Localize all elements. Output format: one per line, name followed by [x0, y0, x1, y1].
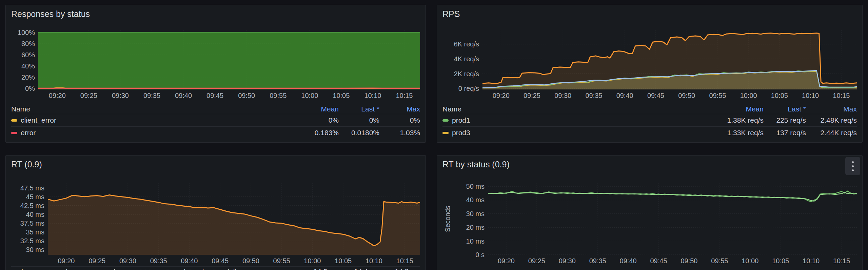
- y-tick-label: 42.5 ms: [20, 202, 44, 209]
- responses-plot-area[interactable]: [38, 30, 420, 89]
- y-axis: 0 req/s2K req/s4K req/s6K req/s: [442, 30, 482, 89]
- y-tick-label: 50 ms: [466, 183, 485, 190]
- y-tick-label: 20%: [21, 74, 35, 81]
- legend-mean-value: 0.183%: [298, 129, 339, 137]
- series-color-swatch[interactable]: [442, 132, 449, 134]
- x-tick-label: 09:55: [270, 92, 287, 100]
- y-tick-label: 4K req/s: [454, 55, 479, 63]
- legend-max-value: 14.8 ms: [379, 267, 420, 270]
- panel-rt-by-status: RT by status (0.9) Seconds 0 s10 ms20 ms…: [437, 155, 863, 270]
- y-axis: 0 s10 ms20 ms30 ms40 ms50 ms: [453, 183, 488, 255]
- y-tick-label: 0 s: [475, 251, 485, 258]
- x-tick-label: 09:35: [589, 257, 606, 265]
- y-tick-label: 35 ms: [26, 228, 44, 236]
- x-axis: 09:2009:2509:3009:3509:4009:4509:5009:55…: [442, 89, 857, 100]
- panel-title[interactable]: Responses by status: [11, 8, 90, 19]
- x-tick-label: 10:00: [740, 92, 757, 100]
- legend-header-mean[interactable]: Mean: [298, 105, 339, 113]
- x-tick-label: 09:30: [554, 92, 571, 100]
- x-tick-label: 10:10: [802, 92, 819, 100]
- kebab-dot: [852, 169, 854, 171]
- x-tick-label: 10:05: [771, 92, 788, 100]
- legend-row-prod1: prod1 1.38K req/s 225 req/s 2.48K req/s: [442, 114, 857, 126]
- y-tick-label: 47.5 ms: [20, 184, 44, 192]
- y-tick-label: 0 req/s: [458, 85, 479, 92]
- x-tick-label: 10:15: [833, 92, 850, 100]
- x-tick-label: 09:30: [112, 92, 129, 100]
- rt-by-status-chart: Seconds 0 s10 ms20 ms30 ms40 ms50 ms 09:…: [437, 183, 862, 266]
- legend-last-value: 0.0180%: [339, 129, 379, 137]
- kebab-menu-icon[interactable]: [845, 157, 860, 175]
- legend-series-toggle[interactable]: /aer.mont.service.vectorsearch.grpc.v1.V…: [11, 268, 298, 270]
- panel-title[interactable]: RT by status (0.9): [442, 159, 510, 170]
- x-tick-label: 09:55: [273, 257, 290, 265]
- panel-header: RT (0.9): [6, 155, 426, 170]
- x-tick-label: 09:45: [647, 92, 664, 100]
- x-tick-label: 10:15: [396, 257, 413, 265]
- rt-by-status-plot-area[interactable]: [488, 183, 857, 255]
- legend-row-error: error 0.183% 0.0180% 1.03%: [11, 126, 420, 139]
- series-area-rt_p90: [48, 195, 420, 255]
- x-tick-label: 10:05: [335, 257, 352, 265]
- x-tick-label: 09:20: [58, 257, 75, 265]
- y-tick-label: 80%: [21, 40, 35, 47]
- kebab-dot: [852, 161, 854, 163]
- legend-header-name[interactable]: Name: [11, 105, 298, 113]
- x-tick-label: 09:25: [88, 257, 105, 265]
- legend-series-toggle[interactable]: prod3: [442, 129, 709, 137]
- y-axis-title: Seconds: [442, 183, 453, 255]
- y-tick-label: 0%: [25, 85, 35, 92]
- panel-rt: RT (0.9) 30 ms32.5 ms35 ms37.5 ms40 ms42…: [5, 155, 426, 270]
- series-color-swatch[interactable]: [11, 119, 17, 122]
- legend-header-name[interactable]: Name: [442, 105, 709, 113]
- x-tick-label: 09:50: [242, 257, 259, 265]
- legend-series-toggle[interactable]: prod1: [442, 116, 709, 124]
- rt-plot-area[interactable]: [48, 183, 420, 255]
- legend-row-filter-endpoint: /aer.mont.service.vectorsearch.grpc.v1.V…: [11, 266, 420, 270]
- y-axis: 30 ms32.5 ms35 ms37.5 ms40 ms42.5 ms45 m…: [11, 183, 48, 255]
- legend-header-max[interactable]: Max: [806, 105, 857, 113]
- series-color-swatch[interactable]: [11, 132, 17, 134]
- panel-responses-by-status: Responses by status 0%20%40%60%80%100% 0…: [5, 5, 426, 143]
- panel-title[interactable]: RT (0.9): [11, 159, 42, 170]
- x-tick-label: 09:40: [616, 92, 633, 100]
- y-tick-label: 45 ms: [26, 193, 44, 201]
- y-tick-label: 37.5 ms: [20, 220, 44, 227]
- y-tick-label: 100%: [18, 29, 35, 36]
- legend-header-mean[interactable]: Mean: [709, 105, 764, 113]
- legend-header-last[interactable]: Last *: [339, 105, 379, 113]
- series-color-swatch[interactable]: [442, 119, 449, 122]
- x-axis: 09:2009:2509:3009:3509:4009:4509:5009:55…: [442, 255, 857, 266]
- legend-header: Name Mean Last * Max: [11, 104, 420, 114]
- legend-series-toggle[interactable]: error: [11, 129, 298, 137]
- rt-chart: 30 ms32.5 ms35 ms37.5 ms40 ms42.5 ms45 m…: [6, 183, 426, 266]
- legend-header-max[interactable]: Max: [379, 105, 420, 113]
- y-tick-label: 6K req/s: [454, 40, 479, 48]
- legend-row-prod3: prod3 1.33K req/s 137 req/s 2.44K req/s: [442, 126, 857, 139]
- x-tick-label: 09:40: [181, 257, 198, 265]
- y-tick-label: 30 ms: [466, 210, 485, 217]
- rps-plot-area[interactable]: [482, 30, 857, 89]
- legend-mean-value: 1.33K req/s: [709, 129, 764, 137]
- x-tick-label: 09:20: [493, 92, 510, 100]
- grafana-dashboard: Responses by status 0%20%40%60%80%100% 0…: [0, 0, 868, 270]
- legend-series-toggle[interactable]: client_error: [11, 116, 298, 124]
- x-tick-label: 09:20: [49, 92, 66, 100]
- legend-max-value: 2.44K req/s: [806, 129, 857, 137]
- legend-row-client-error: client_error 0% 0% 0%: [11, 114, 420, 126]
- x-tick-label: 10:05: [333, 92, 350, 100]
- series-area-success_area: [38, 33, 420, 89]
- legend-table: /aer.mont.service.vectorsearch.grpc.v1.V…: [11, 266, 420, 270]
- panel-title[interactable]: RPS: [442, 8, 460, 19]
- legend-header-last[interactable]: Last *: [764, 105, 806, 113]
- y-tick-label: 40%: [21, 62, 35, 70]
- x-tick-label: 10:00: [301, 92, 318, 100]
- x-tick-label: 09:45: [650, 257, 667, 265]
- legend-table: Name Mean Last * Max prod1 1.38K req/s 2…: [442, 104, 857, 139]
- legend-mean-value: 14.3 ms: [298, 267, 339, 270]
- x-tick-label: 10:00: [742, 257, 758, 265]
- x-tick-label: 09:25: [80, 92, 97, 100]
- x-tick-label: 09:50: [680, 257, 697, 265]
- x-axis: 09:2009:2509:3009:3509:4009:4509:5009:55…: [11, 255, 420, 266]
- x-tick-label: 09:50: [238, 92, 255, 100]
